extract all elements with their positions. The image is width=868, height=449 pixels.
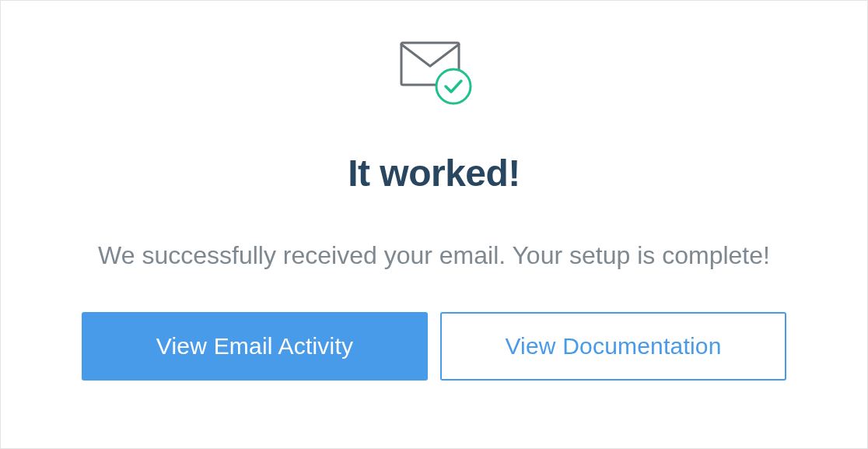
action-button-row: View Email Activity View Documentation bbox=[1, 312, 867, 381]
envelope-check-icon bbox=[395, 38, 473, 107]
svg-point-1 bbox=[436, 69, 471, 103]
view-documentation-button[interactable]: View Documentation bbox=[440, 312, 786, 381]
success-panel: It worked! We successfully received your… bbox=[0, 0, 868, 449]
view-email-activity-button[interactable]: View Email Activity bbox=[82, 312, 428, 381]
success-message: We successfully received your email. You… bbox=[98, 241, 770, 270]
success-heading: It worked! bbox=[348, 152, 520, 195]
